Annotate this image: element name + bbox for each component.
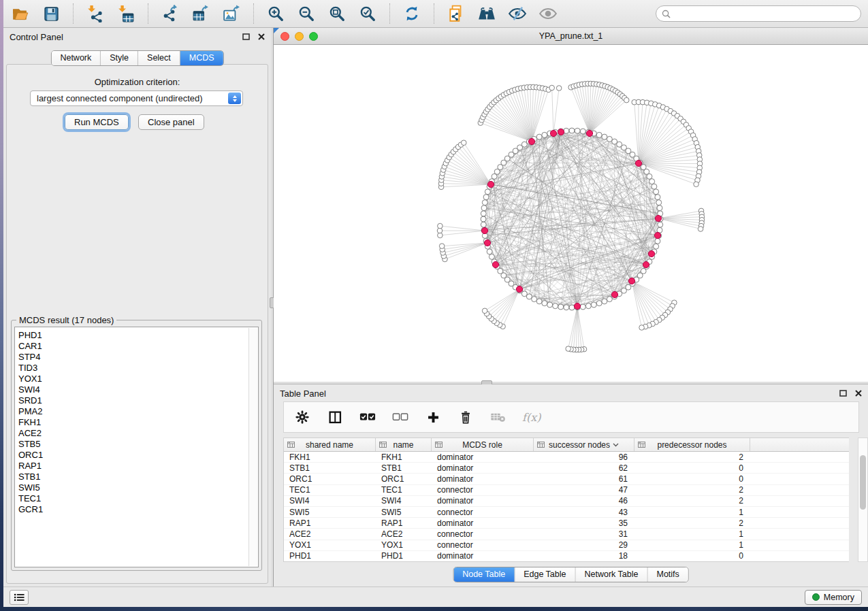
graph-node[interactable] <box>481 211 486 216</box>
cell-name[interactable]: STB1 <box>376 463 432 473</box>
graph-hub-node[interactable] <box>487 181 494 187</box>
show-graphics-details-button[interactable] <box>538 3 558 24</box>
column-header-predecessor-nodes[interactable]: predecessor nodes <box>634 438 750 451</box>
tab-node-table[interactable]: Node Table <box>453 567 515 582</box>
mcds-result-item[interactable]: STP4 <box>18 352 258 363</box>
graph-node[interactable] <box>564 305 569 310</box>
mcds-result-item[interactable]: ACE2 <box>18 428 258 439</box>
cell-shared-name[interactable]: SWI4 <box>284 496 376 506</box>
graph-node[interactable] <box>655 238 660 244</box>
column-header-MCDS-role[interactable]: MCDS role <box>432 438 534 451</box>
graph-node[interactable] <box>461 140 466 146</box>
cell-successor-nodes[interactable]: 47 <box>534 485 634 495</box>
column-header-successor-nodes[interactable]: successor nodes <box>534 438 634 451</box>
graph-node[interactable] <box>652 184 657 189</box>
graph-hub-node[interactable] <box>655 215 661 221</box>
mcds-result-item[interactable]: SWI5 <box>18 482 258 493</box>
zoom-out-button[interactable] <box>296 3 317 24</box>
graph-node[interactable] <box>639 325 645 331</box>
minimize-traffic-light[interactable] <box>295 32 304 41</box>
search-box[interactable] <box>656 5 861 22</box>
graph-node[interactable] <box>602 134 607 139</box>
mcds-result-item[interactable]: YOX1 <box>18 374 258 384</box>
graph-hub-node[interactable] <box>574 303 580 309</box>
cell-predecessor-nodes[interactable]: 1 <box>634 508 750 517</box>
graph-hub-node[interactable] <box>492 261 498 267</box>
close-traffic-light[interactable] <box>280 32 289 41</box>
graph-node[interactable] <box>489 254 494 259</box>
run-mcds-button[interactable]: Run MCDS <box>65 114 129 130</box>
graph-node[interactable] <box>591 302 596 308</box>
cell-name[interactable]: FKH1 <box>376 452 432 462</box>
refresh-layout-button[interactable] <box>402 3 422 24</box>
cell-shared-name[interactable]: SWI5 <box>284 508 376 517</box>
graph-node[interactable] <box>698 227 703 232</box>
table-row[interactable]: PHD1PHD1dominator180 <box>284 551 849 562</box>
hide-graphics-details-button[interactable] <box>507 3 528 24</box>
cell-mcds-role[interactable]: dominator <box>432 452 534 462</box>
graph-node[interactable] <box>482 200 487 205</box>
graph-node[interactable] <box>439 244 445 249</box>
mcds-result-item[interactable]: CAR1 <box>18 341 258 352</box>
cell-mcds-role[interactable]: dominator <box>432 463 534 473</box>
cell-predecessor-nodes[interactable]: 0 <box>634 551 750 561</box>
cell-successor-nodes[interactable]: 43 <box>534 508 634 517</box>
cell-successor-nodes[interactable]: 62 <box>534 463 634 473</box>
mcds-list-scrollbar[interactable] <box>248 328 257 566</box>
graph-node[interactable] <box>532 297 537 302</box>
cell-successor-nodes[interactable]: 29 <box>534 540 634 550</box>
cell-predecessor-nodes[interactable]: 2 <box>634 496 750 506</box>
mcds-result-item[interactable]: TID3 <box>18 363 258 374</box>
cell-name[interactable]: PHD1 <box>376 551 432 561</box>
tab-edge-table[interactable]: Edge Table <box>515 567 575 582</box>
graph-node[interactable] <box>602 299 607 304</box>
graph-node[interactable] <box>654 189 659 195</box>
graph-hub-node[interactable] <box>635 160 641 166</box>
mcds-result-item[interactable]: RAP1 <box>18 461 258 472</box>
cell-shared-name[interactable]: ACE2 <box>284 529 376 539</box>
float-window-icon[interactable] <box>242 33 250 40</box>
graph-node[interactable] <box>558 304 564 310</box>
table-row[interactable]: SWI4SWI4dominator462 <box>284 496 849 507</box>
network-canvas[interactable] <box>274 45 868 382</box>
zoom-in-button[interactable] <box>266 3 286 24</box>
graph-hub-node[interactable] <box>484 240 490 246</box>
graph-node[interactable] <box>655 195 660 200</box>
import-table-button[interactable] <box>116 3 136 24</box>
graph-hub-node[interactable] <box>550 130 556 136</box>
table-settings-button[interactable] <box>293 408 311 426</box>
graph-node[interactable] <box>483 195 489 200</box>
graph-hub-node[interactable] <box>611 291 617 297</box>
mcds-result-item[interactable]: SRD1 <box>18 395 258 406</box>
import-network-button[interactable] <box>85 3 106 24</box>
maximize-traffic-light[interactable] <box>309 32 318 41</box>
cell-successor-nodes[interactable]: 18 <box>534 551 634 561</box>
graph-hub-node[interactable] <box>528 138 534 144</box>
mcds-result-item[interactable]: PHD1 <box>18 330 258 341</box>
graph-node[interactable] <box>481 205 487 211</box>
graph-node[interactable] <box>564 128 569 133</box>
table-scrollbar-thumb[interactable] <box>860 455 866 510</box>
graph-node[interactable] <box>607 297 612 302</box>
graph-hub-node[interactable] <box>586 130 592 136</box>
cell-shared-name[interactable]: YOX1 <box>284 540 376 550</box>
cell-name[interactable]: YOX1 <box>376 540 432 550</box>
graph-node[interactable] <box>542 132 547 137</box>
cell-predecessor-nodes[interactable]: 2 <box>634 485 750 495</box>
graph-node[interactable] <box>654 244 659 249</box>
cell-predecessor-nodes[interactable]: 0 <box>634 463 750 473</box>
cell-name[interactable]: ORC1 <box>376 474 432 484</box>
zoom-fit-button[interactable] <box>327 3 347 24</box>
graph-node[interactable] <box>657 205 662 211</box>
table-row[interactable]: STB1STB1dominator620 <box>284 463 849 474</box>
cell-successor-nodes[interactable]: 31 <box>534 529 634 539</box>
tab-network-table[interactable]: Network Table <box>576 567 648 582</box>
table-row[interactable]: ACE2ACE2connector311 <box>284 529 849 540</box>
cell-shared-name[interactable]: PHD1 <box>284 551 376 561</box>
graph-node[interactable] <box>569 305 575 310</box>
graph-node[interactable] <box>580 129 585 134</box>
add-column-button[interactable] <box>424 408 442 426</box>
cell-shared-name[interactable]: TEC1 <box>284 485 376 495</box>
select-all-button[interactable] <box>359 408 376 426</box>
cell-mcds-role[interactable]: connector <box>432 508 534 517</box>
